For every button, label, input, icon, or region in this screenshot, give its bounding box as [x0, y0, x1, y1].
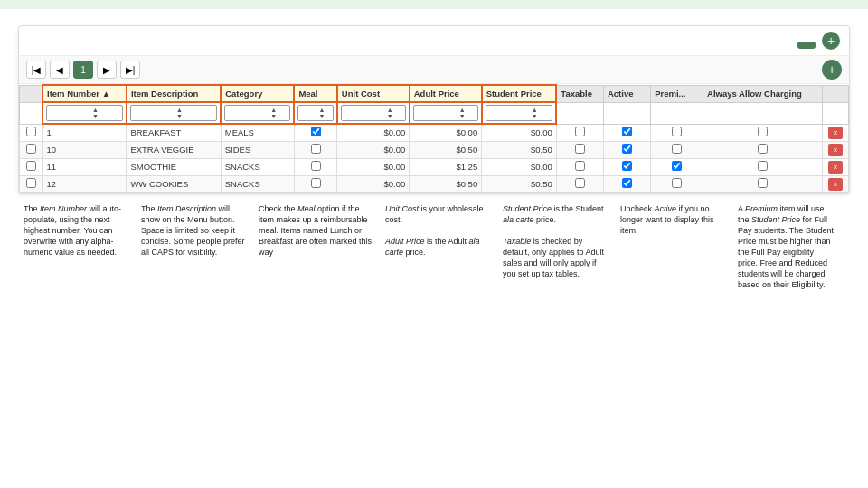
cell-premium-3[interactable] — [651, 175, 703, 192]
checkbox-premium-0[interactable] — [672, 127, 682, 136]
th-meal: Meal — [294, 85, 336, 102]
row-select-checkbox-1[interactable] — [26, 144, 36, 154]
filter-input-itemNumber[interactable] — [49, 108, 92, 117]
cell-category-3: SNACKS — [221, 175, 294, 192]
cell-action-1: × — [822, 141, 848, 158]
cell-alwaysAllow-0[interactable] — [703, 124, 823, 141]
annotation-active-note: Uncheck Active if you no longer want to … — [615, 203, 732, 291]
checkbox-taxable-0[interactable] — [575, 127, 585, 136]
pos-items-table: Item Number ▲Item DescriptionCategoryMea… — [19, 84, 849, 193]
filter-itemDescription[interactable]: ▲▼ — [127, 102, 221, 124]
th-action — [822, 85, 848, 102]
filter-arrows-itemNumber: ▲▼ — [92, 107, 99, 119]
checkbox-premium-3[interactable] — [672, 178, 682, 188]
checkbox-alwaysAllow-0[interactable] — [758, 127, 768, 136]
filter-arrows-studentPrice: ▲▼ — [532, 107, 538, 119]
checkbox-taxable-3[interactable] — [575, 178, 585, 188]
checkbox-meal-0[interactable] — [311, 127, 321, 136]
nav-page-button[interactable]: 1 — [73, 61, 93, 79]
delete-row-button-1[interactable]: × — [828, 144, 843, 156]
cell-taxable-0[interactable] — [556, 124, 603, 141]
cell-action-0: × — [822, 124, 848, 141]
header-plus-button[interactable]: + — [822, 32, 840, 50]
filter-premium — [651, 102, 703, 124]
filter-input-category[interactable] — [227, 108, 270, 117]
checkbox-active-3[interactable] — [622, 178, 632, 188]
row-select-checkbox-0[interactable] — [26, 127, 36, 136]
filter-input-studentPrice[interactable] — [488, 108, 532, 117]
checkbox-alwaysAllow-2[interactable] — [758, 161, 768, 171]
checkbox-taxable-2[interactable] — [575, 161, 585, 171]
filter-input-itemDescription[interactable] — [133, 108, 176, 117]
cell-itemDescription-3: WW COOKIES — [127, 175, 221, 192]
cell-taxable-3[interactable] — [556, 175, 603, 192]
th-itemNumber: Item Number ▲ — [42, 85, 127, 102]
nav-last-button[interactable]: ▶| — [120, 61, 140, 79]
filter-checkbox — [20, 102, 43, 124]
filter-itemNumber[interactable]: ▲▼ — [42, 102, 127, 124]
filter-box-unitCost: ▲▼ — [341, 105, 406, 121]
nav-prev-button[interactable]: ◀ — [50, 61, 70, 79]
filter-arrows-meal: ▲▼ — [318, 107, 325, 119]
cell-meal-2[interactable] — [294, 158, 336, 175]
cell-meal-3[interactable] — [294, 175, 336, 192]
nav-first-button[interactable]: |◀ — [26, 61, 46, 79]
cell-unitCost-0: $0.00 — [337, 124, 410, 141]
checkbox-active-2[interactable] — [622, 161, 632, 171]
cell-active-2[interactable] — [603, 158, 650, 175]
nav-next-button[interactable]: ▶ — [97, 61, 117, 79]
checkbox-premium-2[interactable] — [672, 161, 682, 171]
filter-unitCost[interactable]: ▲▼ — [337, 102, 410, 124]
filter-input-meal[interactable] — [300, 108, 318, 117]
filter-studentPrice[interactable]: ▲▼ — [482, 102, 557, 124]
cell-studentPrice-1: $0.50 — [482, 141, 557, 158]
filter-input-unitCost[interactable] — [344, 108, 387, 117]
cell-unitCost-3: $0.00 — [337, 175, 410, 192]
cell-itemDescription-2: SMOOTHIE — [127, 158, 221, 175]
cell-studentPrice-2: $0.00 — [482, 158, 557, 175]
cell-meal-0[interactable] — [294, 124, 336, 141]
delete-row-button-0[interactable]: × — [828, 127, 843, 139]
cell-premium-0[interactable] — [651, 124, 703, 141]
cell-premium-2[interactable] — [651, 158, 703, 175]
cell-itemNumber-0: 1 — [42, 124, 127, 141]
row-select-checkbox-2[interactable] — [26, 161, 36, 171]
th-itemDescription: Item Description — [127, 85, 221, 102]
delete-row-button-2[interactable]: × — [828, 161, 843, 174]
delete-row-button-3[interactable]: × — [828, 178, 843, 191]
cell-meal-1[interactable] — [294, 141, 336, 158]
checkbox-meal-2[interactable] — [311, 161, 321, 171]
top-bar — [0, 0, 868, 9]
cell-action-2: × — [822, 158, 848, 175]
filter-arrows-itemDescription: ▲▼ — [176, 107, 183, 119]
cell-adultPrice-1: $0.50 — [410, 141, 482, 158]
checkbox-alwaysAllow-1[interactable] — [758, 144, 768, 154]
filter-adultPrice[interactable]: ▲▼ — [410, 102, 482, 124]
annotations-area: The Item Number will auto-populate, usin… — [0, 198, 868, 291]
checkbox-taxable-1[interactable] — [575, 144, 585, 154]
checkbox-premium-1[interactable] — [672, 144, 682, 154]
checkbox-meal-3[interactable] — [311, 178, 321, 188]
filter-category[interactable]: ▲▼ — [221, 102, 294, 124]
checkbox-active-0[interactable] — [622, 127, 632, 136]
cell-active-1[interactable] — [603, 141, 650, 158]
filter-meal[interactable]: ▲▼ — [294, 102, 336, 124]
checkbox-meal-1[interactable] — [311, 144, 321, 154]
cell-taxable-1[interactable] — [556, 141, 603, 158]
cell-active-3[interactable] — [603, 175, 650, 192]
annotation-meal-note: Check the Meal option if the item makes … — [253, 203, 380, 291]
checkbox-active-1[interactable] — [622, 144, 632, 154]
add-row-button[interactable]: + — [822, 60, 842, 80]
cell-taxable-2[interactable] — [556, 158, 603, 175]
cell-premium-1[interactable] — [651, 141, 703, 158]
checkbox-alwaysAllow-3[interactable] — [758, 178, 768, 188]
cell-active-0[interactable] — [603, 124, 650, 141]
cell-alwaysAllow-3[interactable] — [703, 175, 823, 192]
cell-alwaysAllow-2[interactable] — [703, 158, 823, 175]
row-select-checkbox-3[interactable] — [26, 178, 36, 188]
cell-itemDescription-1: EXTRA VEGGIE — [127, 141, 221, 158]
cell-alwaysAllow-1[interactable] — [703, 141, 823, 158]
filter-input-adultPrice[interactable] — [416, 108, 459, 117]
filter-active — [603, 102, 650, 124]
save-items-button[interactable] — [797, 42, 816, 49]
